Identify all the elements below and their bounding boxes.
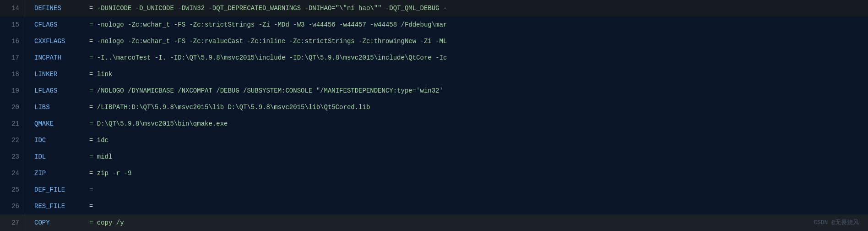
code-row: 20LIBS= /LIBPATH:D:\QT\5.9.8\msvc2015\li…: [0, 99, 868, 116]
code-line-content: IDL= midl: [25, 148, 868, 165]
var-value: = copy /y: [89, 219, 124, 226]
line-number: 26: [0, 198, 25, 214]
var-value: = -nologo -Zc:wchar_t -FS -Zc:rvalueCast…: [89, 38, 447, 45]
code-row: 17INCPATH= -I..\marcoTest -I. -ID:\QT\5.…: [0, 50, 868, 66]
var-name: DEFINES: [34, 5, 89, 12]
line-number: 17: [0, 50, 25, 66]
code-row: 26RES_FILE=: [0, 198, 868, 214]
var-value: = -nologo -Zc:wchar_t -FS -Zc:strictStri…: [89, 21, 447, 28]
line-number: 21: [0, 116, 25, 132]
var-value: = -I..\marcoTest -I. -ID:\QT\5.9.8\msvc2…: [89, 54, 447, 61]
var-name: DEF_FILE: [34, 186, 89, 193]
line-number: 18: [0, 66, 25, 82]
line-number: 15: [0, 16, 25, 33]
var-value: = link: [89, 71, 112, 78]
watermark: CSDN @无畏烧风: [814, 218, 859, 226]
var-name: LINKER: [34, 71, 89, 78]
var-value: =: [89, 186, 93, 193]
code-row: 19LFLAGS= /NOLOGO /DYNAMICBASE /NXCOMPAT…: [0, 82, 868, 99]
code-row: 16CXXFLAGS= -nologo -Zc:wchar_t -FS -Zc:…: [0, 33, 868, 50]
var-name: LIBS: [34, 104, 89, 111]
code-line-content: LIBS= /LIBPATH:D:\QT\5.9.8\msvc2015\lib …: [25, 99, 868, 116]
var-value: =: [89, 203, 93, 210]
var-name: LFLAGS: [34, 87, 89, 94]
var-value: = /LIBPATH:D:\QT\5.9.8\msvc2015\lib D:\Q…: [89, 104, 370, 111]
code-row: 21QMAKE= D:\QT\5.9.8\msvc2015\bin\qmake.…: [0, 116, 868, 132]
code-line-content: CXXFLAGS= -nologo -Zc:wchar_t -FS -Zc:rv…: [25, 33, 868, 50]
line-number: 24: [0, 165, 25, 182]
var-name: RES_FILE: [34, 203, 89, 210]
code-row: 25DEF_FILE=: [0, 182, 868, 198]
code-line-content: DEFINES= -DUNICODE -D_UNICODE -DWIN32 -D…: [25, 0, 868, 16]
var-name: QMAKE: [34, 120, 89, 127]
code-line-content: CFLAGS= -nologo -Zc:wchar_t -FS -Zc:stri…: [25, 16, 868, 33]
line-number: 22: [0, 132, 25, 148]
var-value: = -DUNICODE -D_UNICODE -DWIN32 -DQT_DEPR…: [89, 5, 447, 12]
line-number: 23: [0, 148, 25, 165]
var-name: ZIP: [34, 170, 89, 177]
var-value: = zip -r -9: [89, 170, 131, 177]
code-line-content: IDC= idc: [25, 132, 868, 148]
var-value: = D:\QT\5.9.8\msvc2015\bin\qmake.exe: [89, 120, 228, 127]
code-line-content: COPY= copy /y: [25, 214, 868, 231]
code-line-content: LFLAGS= /NOLOGO /DYNAMICBASE /NXCOMPAT /…: [25, 82, 868, 99]
var-value: = idc: [89, 137, 108, 144]
var-name: IDL: [34, 153, 89, 160]
var-value: = /NOLOGO /DYNAMICBASE /NXCOMPAT /DEBUG …: [89, 87, 443, 94]
code-row: 24ZIP= zip -r -9: [0, 165, 868, 182]
code-row: 18LINKER= link: [0, 66, 868, 82]
code-line-content: RES_FILE=: [25, 198, 868, 214]
line-number: 19: [0, 82, 25, 99]
var-name: CXXFLAGS: [34, 38, 89, 45]
line-number: 20: [0, 99, 25, 116]
code-line-content: ZIP= zip -r -9: [25, 165, 868, 182]
code-row: 22IDC= idc: [0, 132, 868, 148]
var-name: INCPATH: [34, 54, 89, 61]
var-name: CFLAGS: [34, 21, 89, 28]
code-line-content: LINKER= link: [25, 66, 868, 82]
line-number: 16: [0, 33, 25, 50]
line-number: 27: [0, 214, 25, 231]
code-row: 27COPY= copy /y: [0, 214, 868, 231]
code-line-content: QMAKE= D:\QT\5.9.8\msvc2015\bin\qmake.ex…: [25, 116, 868, 132]
code-container: 14DEFINES= -DUNICODE -D_UNICODE -DWIN32 …: [0, 0, 868, 231]
code-line-content: DEF_FILE=: [25, 182, 868, 198]
var-name: IDC: [34, 137, 89, 144]
line-number: 25: [0, 182, 25, 198]
code-row: 15CFLAGS= -nologo -Zc:wchar_t -FS -Zc:st…: [0, 16, 868, 33]
var-value: = midl: [89, 153, 112, 160]
code-row: 23IDL= midl: [0, 148, 868, 165]
code-line-content: INCPATH= -I..\marcoTest -I. -ID:\QT\5.9.…: [25, 50, 868, 66]
code-row: 14DEFINES= -DUNICODE -D_UNICODE -DWIN32 …: [0, 0, 868, 16]
var-name: COPY: [34, 219, 89, 226]
line-number: 14: [0, 0, 25, 16]
